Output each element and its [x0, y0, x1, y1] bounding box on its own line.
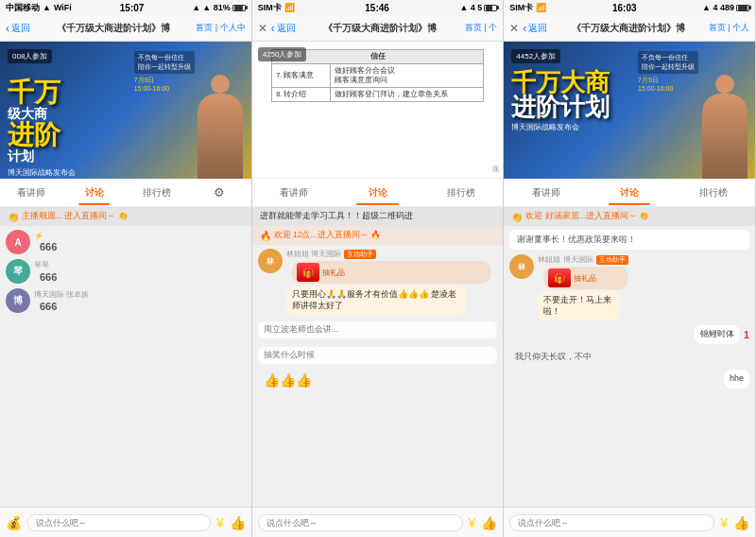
participants-badge-3: 4452人参加	[511, 49, 560, 63]
avatar-1b: 琴	[6, 259, 30, 284]
battery-label-2: ▲ 4 5	[459, 3, 482, 12]
msg-bubble-2a: 林姐姐 博天国际 互动助手 🎁 抽礼品 只要用心🙏🙏服务才有价值👍👍👍 楚凌老师…	[286, 249, 498, 315]
tab-watch-3[interactable]: 看讲师	[504, 181, 588, 205]
gift-text-2: 抽礼品	[322, 268, 345, 278]
chat-input-2[interactable]	[258, 514, 463, 531]
person-head-3	[715, 75, 734, 94]
back-label-3[interactable]: 返回	[528, 22, 547, 35]
nav-bar-1: ‹ 返回 《千万级大商进阶计划》博 首页 | 个人中	[0, 15, 251, 42]
nav-title-2: 《千万级大商进阶计划》博	[296, 22, 465, 35]
sender-name-3a: 林姐姐 博天国际	[538, 254, 593, 265]
msg-label-1a: ⚡ 666	[34, 232, 62, 253]
tab-rank-1[interactable]: 排行榜	[126, 181, 188, 205]
msg-row-3a: 林 林姐姐 博天国际 互动助手 🎁 抽礼品 不要走开！马上来啦！	[509, 254, 749, 320]
signal-icon-r1: ▲	[192, 3, 200, 12]
battery-label-1: ▲ 81%	[202, 3, 230, 12]
tabs-bar-1: 看讲师 讨论 排行榜 ⚙	[0, 179, 251, 207]
back-label-2[interactable]: 返回	[277, 22, 296, 35]
close-btn-2[interactable]: ✕	[258, 22, 267, 35]
yuan-icon-3[interactable]: ¥	[720, 515, 728, 530]
msg-text-3a: 不要走开！马上来啦！	[538, 291, 620, 320]
wb-cell-2b: 做好顾客登门拜访，建立章鱼关系	[331, 88, 484, 102]
video-whiteboard-2: 4250人参加 信任 7. 顾客满意 做好顾客分合会议 顾客满意度询问	[252, 42, 504, 179]
num-666-1b: 666	[34, 270, 62, 284]
tab-rank-3[interactable]: 排行榜	[671, 181, 755, 205]
thumb-icon-3[interactable]: 👍	[733, 515, 749, 530]
wb-placeholder: 现	[492, 165, 499, 174]
sender-1b: 琴琴	[34, 260, 62, 270]
tab-rank-2[interactable]: 排行榜	[420, 181, 504, 205]
person-body-1	[198, 94, 243, 179]
chat-messages-3: 谢谢董事长！优惠政策要来啦！ 林 林姐姐 博天国际 互动助手 🎁 抽礼品 不要走…	[504, 226, 755, 507]
status-right-3: ▲ 4 489	[702, 3, 749, 12]
nav-back-2[interactable]: ‹ 返回	[271, 22, 296, 35]
nav-right-2[interactable]: 首页 | 个	[465, 22, 497, 34]
tab-settings-1[interactable]: ⚙	[188, 180, 250, 205]
chat-messages-2: 林 林姐姐 博天国际 互动助手 🎁 抽礼品 只要用心🙏🙏服务才有价值👍👍👍 楚凌…	[252, 245, 504, 507]
gift-box-icon-3: 🎁	[548, 268, 571, 287]
msg-count-3b: 1	[744, 329, 749, 340]
time-2: 15:46	[365, 3, 389, 13]
battery-icon-3	[736, 5, 749, 11]
msg-bubble-3a: 林姐姐 博天国际 互动助手 🎁 抽礼品 不要走开！马上来啦！	[538, 254, 634, 320]
back-arrow-1[interactable]: ‹	[6, 22, 9, 35]
msg-row-1a: A ⚡ 666	[6, 230, 246, 254]
tab-watch-1[interactable]: 看讲师	[0, 181, 62, 205]
status-bar-3: SIM卡 📶 16:03 ▲ 4 489	[504, 0, 755, 15]
participants-badge-1: 008人参加	[8, 49, 52, 63]
badge-2a: 互动助手	[344, 250, 376, 259]
nav-back-3[interactable]: ‹ 返回	[523, 22, 547, 35]
chat-area-1: 👏 主播顺愿... 进入直播间～ 👏 A ⚡ 666 琴 琴琴	[0, 207, 251, 507]
carrier-1: 中国移动	[6, 2, 40, 14]
back-arrow-3[interactable]: ‹	[523, 22, 526, 35]
chat-messages-1: A ⚡ 666 琴 琴琴 666 博	[0, 226, 251, 507]
nav-right-3[interactable]: 首页 | 个人	[709, 22, 749, 34]
video-area-1: 008人参加 不负每一份信任陪你一起转型升级 7月9日15:00-16:00 千…	[0, 42, 251, 179]
yuan-icon-2[interactable]: ¥	[469, 515, 476, 530]
tab-discuss-1[interactable]: 讨论	[62, 181, 125, 205]
back-label-1[interactable]: 返回	[11, 22, 30, 35]
tab-discuss-2[interactable]: 讨论	[335, 181, 420, 205]
tabs-bar-2: 看讲师 讨论 排行榜	[252, 179, 504, 207]
tab-watch-2[interactable]: 看讲师	[252, 181, 336, 205]
nav-title-3: 《千万级大商进阶计划》博	[547, 22, 708, 35]
welcome-banner-1: 👏 主播顺愿... 进入直播间～ 👏	[0, 207, 251, 226]
time-3: 16:03	[612, 3, 637, 13]
msg-item-1c: 博 博天国际·张卓换 666	[6, 288, 246, 313]
top-msg-3: 谢谢董事长！优惠政策要来啦！	[509, 230, 749, 250]
tab-discuss-3[interactable]: 讨论	[588, 181, 672, 205]
video-area-3: 4452人参加 不负每一份信任陪你一起转型升级 7月9日15:00-16:00 …	[504, 42, 755, 179]
sender-2a: 林姐姐 博天国际 互动助手	[286, 249, 498, 259]
msg-text-3b: 锦鲤时体	[695, 325, 740, 344]
panel-1: 中国移动 ▲ WiFi 15:07 ▲ ▲ 81% ‹ 返回 《千万级大商进阶计…	[0, 0, 252, 537]
video-promo-1: 不负每一份信任陪你一起转型升级 7月9日15:00-16:00	[134, 51, 195, 92]
back-arrow-2[interactable]: ‹	[271, 22, 275, 35]
wifi-icon-1: WiFi	[54, 3, 72, 12]
welcome-banner-2b: 🔥 欢迎 12点...进入直播间～ 🔥	[252, 226, 504, 245]
presenter-silhouette-1	[195, 75, 247, 179]
emoji-row-2: 👍👍👍	[258, 371, 498, 390]
video-promo-3: 不负每一份信任陪你一起转型升级 7月9日15:00-16:00	[638, 51, 698, 92]
avatar-2a: 林	[258, 249, 283, 273]
wb-text-2: 顾客满意度询问	[335, 76, 479, 85]
signal-icon-1: ▲	[43, 3, 51, 12]
chat-input-1[interactable]	[27, 514, 211, 531]
status-bar-2: SIM卡 📶 15:46 ▲ 4 5	[252, 0, 504, 15]
chat-area-3: 👏 欢迎 好涵家居...进入直播间～ 👏 谢谢董事长！优惠政策要来啦！ 林 林姐…	[504, 207, 755, 507]
thumb-icon-2[interactable]: 👍	[481, 515, 497, 530]
wb-row-2: 8. 转介绍 做好顾客登门拜访，建立章鱼关系	[272, 88, 484, 102]
video-title-block-1: 千万 级大商 进阶 计划 博天国际战略发布会	[8, 79, 76, 178]
input-bar-1: 💰 ¥ 👍	[0, 507, 251, 537]
yuan-icon-1[interactable]: ¥	[216, 515, 224, 530]
time-1: 15:07	[120, 3, 145, 13]
chat-input-3[interactable]	[509, 514, 714, 531]
close-btn-3[interactable]: ✕	[509, 22, 519, 35]
status-bar-1: 中国移动 ▲ WiFi 15:07 ▲ ▲ 81%	[0, 0, 251, 15]
battery-icon-1	[232, 5, 246, 11]
msg-row-1b: 琴 琴琴 666	[6, 259, 246, 284]
msg-row-2a: 林 林姐姐 博天国际 互动助手 🎁 抽礼品 只要用心🙏🙏服务才有价值👍👍👍 楚凌…	[258, 249, 498, 315]
hhe-msg: hhe	[724, 370, 749, 389]
nav-right-1[interactable]: 首页 | 个人中	[196, 22, 245, 34]
thumb-icon-1[interactable]: 👍	[230, 515, 246, 530]
nav-back-1[interactable]: ‹ 返回	[6, 22, 30, 35]
